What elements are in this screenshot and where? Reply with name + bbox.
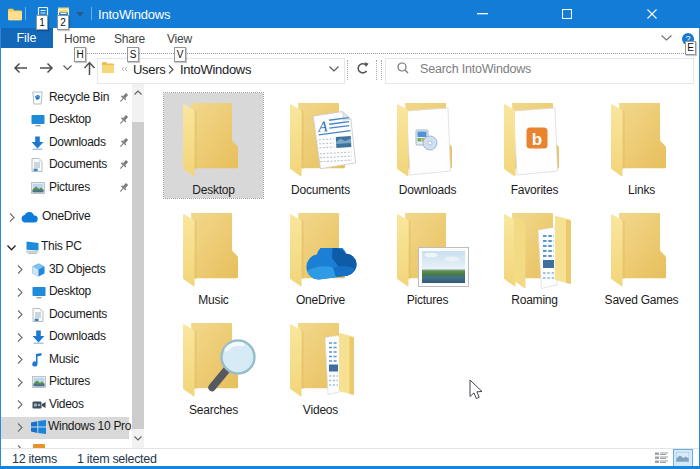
svg-text:b: b <box>532 130 542 149</box>
svg-text:A: A <box>317 118 329 135</box>
